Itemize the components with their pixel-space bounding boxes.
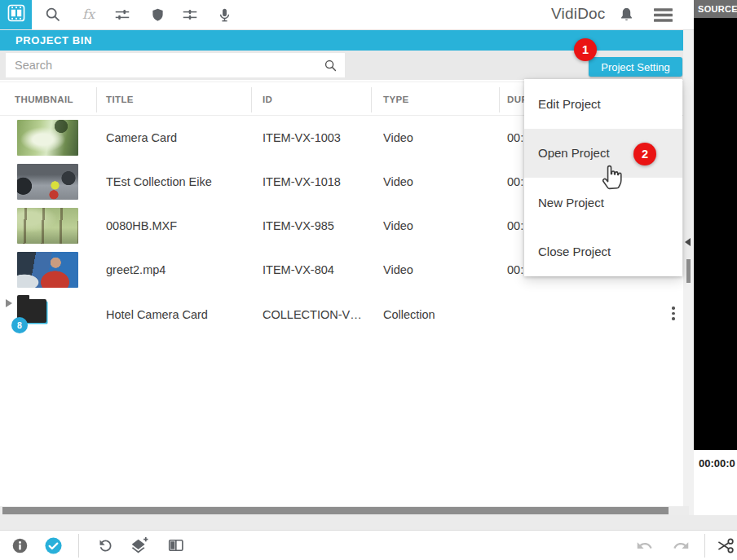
shield-icon[interactable] <box>143 0 172 29</box>
cell-id: ITEM-VX-1018 <box>263 175 341 188</box>
cell-title: greet2.mp4 <box>106 263 165 276</box>
top-toolbar: fx VidiDoc <box>0 0 694 30</box>
menu-item-edit-project[interactable]: Edit Project <box>524 79 682 129</box>
adjust-icon[interactable] <box>175 0 205 29</box>
collapse-panel-icon[interactable] <box>685 238 691 246</box>
horizontal-scroll-track <box>0 506 689 515</box>
toolbar-divider <box>704 534 705 558</box>
info-icon[interactable] <box>5 531 34 560</box>
vertical-scrollbar[interactable] <box>686 259 691 283</box>
project-bin-tab[interactable] <box>0 0 32 29</box>
effects-fx-icon[interactable]: fx <box>75 0 104 29</box>
column-divider <box>499 87 500 112</box>
cell-type: Video <box>383 131 413 144</box>
source-timecode: 00:00:0 <box>694 457 737 470</box>
cell-id: COLLECTION-V… <box>263 308 362 321</box>
add-layer-icon[interactable] <box>125 531 154 560</box>
row-actions-kebab-icon[interactable] <box>669 306 678 320</box>
cell-duration: 00: <box>507 219 523 232</box>
app-window: fx VidiDoc <box>0 0 737 560</box>
col-id[interactable]: ID <box>263 95 272 104</box>
expand-arrow-icon[interactable] <box>6 299 12 307</box>
approve-check-icon[interactable] <box>38 531 68 560</box>
collection-count-badge: 8 <box>11 317 28 333</box>
cell-title: Camera Card <box>106 131 177 144</box>
redo-icon[interactable] <box>666 531 695 560</box>
cell-id: ITEM-VX-1003 <box>263 131 341 144</box>
cut-icon[interactable] <box>711 531 737 560</box>
bottom-toolbar <box>0 530 737 560</box>
undo-icon[interactable] <box>629 531 659 560</box>
column-divider <box>251 87 252 112</box>
video-thumbnail[interactable] <box>17 164 78 200</box>
annotation-step-1-badge: 1 <box>574 38 597 61</box>
search-input[interactable] <box>6 59 324 72</box>
source-panel: SOURCE 00:00:0 <box>694 0 737 515</box>
cell-type: Video <box>383 219 413 232</box>
cell-duration: 00: <box>507 175 523 188</box>
source-video-viewport[interactable] <box>694 18 737 450</box>
table-row-collection[interactable]: 8 Hotel Camera Card COLLECTION-V… Collec… <box>0 292 683 337</box>
cell-duration: 00: <box>507 263 523 276</box>
col-type[interactable]: TYPE <box>383 95 409 104</box>
menu-icon[interactable] <box>648 0 677 29</box>
cell-title: TEst Collection Eike <box>106 175 212 188</box>
toolbar-divider <box>78 534 79 558</box>
video-thumbnail[interactable] <box>17 120 78 156</box>
microphone-icon[interactable] <box>210 0 239 29</box>
filmstrip-icon <box>7 4 25 25</box>
annotation-step-2-badge: 2 <box>633 143 656 165</box>
cell-duration: 00: <box>507 131 523 144</box>
horizontal-scrollbar[interactable] <box>2 507 669 514</box>
cell-title: 0080HB.MXF <box>106 219 177 232</box>
column-divider <box>371 87 372 112</box>
hand-cursor-icon <box>598 160 627 194</box>
column-divider <box>96 87 97 112</box>
col-thumbnail[interactable]: THUMBNAIL <box>15 95 73 104</box>
cell-id: ITEM-VX-804 <box>263 263 334 276</box>
cell-type: Video <box>383 263 413 276</box>
bell-icon[interactable] <box>611 0 641 29</box>
tune-icon[interactable] <box>108 0 137 29</box>
search-icon[interactable] <box>38 0 68 29</box>
cell-type: Collection <box>383 308 435 321</box>
lower-divider-strip <box>0 515 737 530</box>
rotate-ccw-icon[interactable] <box>90 531 120 560</box>
cell-id: ITEM-VX-985 <box>263 219 334 232</box>
source-panel-title: SOURCE <box>694 0 737 18</box>
cell-type: Video <box>383 175 413 188</box>
video-thumbnail[interactable] <box>17 252 78 288</box>
app-title: VidiDoc <box>551 5 606 23</box>
svg-text:fx: fx <box>82 7 96 22</box>
video-thumbnail[interactable] <box>17 208 78 244</box>
cell-title: Hotel Camera Card <box>106 308 208 321</box>
split-view-icon[interactable] <box>161 531 191 560</box>
col-title[interactable]: TITLE <box>106 95 134 104</box>
project-setting-button[interactable]: Project Setting <box>589 57 682 77</box>
search-box <box>6 53 345 77</box>
menu-item-close-project[interactable]: Close Project <box>524 227 682 277</box>
search-field-icon[interactable] <box>324 59 338 73</box>
